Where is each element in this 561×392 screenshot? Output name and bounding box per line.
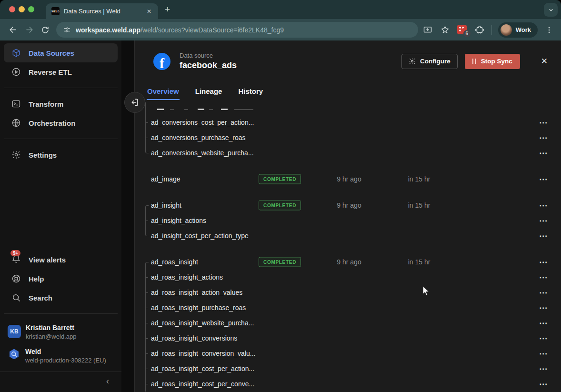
table-row[interactable]: ad_conversions_website_purcha... ⋯ [135, 145, 561, 161]
sidebar-item-data-sources[interactable]: Data Sources [4, 43, 118, 62]
gear-icon [409, 58, 416, 65]
profile-label: Work [516, 26, 531, 33]
sidebar-item-help[interactable]: Help [4, 269, 118, 288]
close-window-button[interactable] [9, 6, 15, 12]
next-sync-time: in 15 hr [393, 201, 445, 209]
sidebar-item-label: Search [29, 294, 52, 302]
table-name: ad_roas_insight_website_purcha... [151, 319, 254, 327]
toolbar-divider [491, 25, 492, 35]
table-row[interactable]: ad_roas_insight_action_values ⋯ [135, 285, 561, 300]
forward-button[interactable] [21, 22, 37, 38]
minimize-window-button[interactable] [19, 6, 25, 12]
close-panel-icon[interactable]: ✕ [541, 56, 548, 66]
tree-connector [145, 300, 150, 315]
user-account[interactable]: KB Kristian Barrett kristian@weld.app [4, 320, 118, 344]
tree-connector [145, 270, 150, 285]
table-name: ad_roas_insight_cost_per_action... [151, 365, 254, 372]
row-menu-button[interactable]: ⋯ [536, 198, 551, 213]
page-title: facebook_ads [180, 60, 237, 70]
row-menu-button[interactable]: ⋯ [536, 285, 551, 300]
row-menu-button[interactable]: ⋯ [536, 361, 551, 376]
table-name: ad_image [151, 175, 180, 183]
sidebar-item-label: Transform [29, 100, 63, 108]
table-row[interactable]: ad_insight COMPLETED 9 hr ago in 15 hr ⋯ [135, 198, 561, 213]
panel-tabs: Overview Lineage History [147, 87, 263, 100]
tree-connector [145, 102, 150, 115]
refresh-button[interactable] [37, 22, 53, 38]
table-row[interactable]: ad_roas_insight_purchase_roas ⋯ [135, 300, 561, 315]
url-bar[interactable]: workspace.weld.app/weld/sources?viewData… [56, 22, 418, 38]
table-name: ad_conversions_website_purcha... [151, 149, 254, 157]
status-badge: COMPLETED [259, 257, 301, 267]
row-menu-button[interactable]: ⋯ [536, 171, 551, 187]
back-button[interactable] [5, 22, 21, 38]
last-sync-time: 9 hr ago [323, 175, 375, 183]
lifebuoy-icon [11, 274, 21, 283]
row-menu-button[interactable]: ⋯ [536, 331, 551, 346]
user-email: kristian@weld.app [26, 333, 76, 340]
browser-toolbar: workspace.weld.app/weld/sources?viewData… [0, 19, 561, 40]
sidebar-item-reverse-etl[interactable]: Reverse ETL [4, 62, 118, 81]
table-row[interactable]: ad_insight_actions ⋯ [135, 213, 561, 228]
browser-profile-button[interactable]: Work [498, 22, 538, 38]
table-name: ad_roas_insight_cost_per_conve... [151, 380, 254, 388]
sidebar-item-orchestration[interactable]: Orchestration [4, 113, 118, 132]
tab-history[interactable]: History [238, 87, 263, 100]
globe-icon [11, 118, 21, 128]
table-row[interactable]: ad_roas_insight_conversions ⋯ [135, 331, 561, 346]
chevron-down-icon [548, 7, 554, 13]
row-menu-button[interactable]: ⋯ [536, 213, 551, 228]
tab-lineage[interactable]: Lineage [195, 87, 223, 100]
row-menu-button[interactable]: ⋯ [536, 270, 551, 285]
row-menu-button[interactable]: ⋯ [536, 300, 551, 315]
row-menu-button[interactable]: ⋯ [536, 376, 551, 392]
table-name: ad_insight_cost_per_action_type [151, 232, 249, 240]
table-row[interactable]: ad_roas_insight_website_purcha... ⋯ [135, 315, 561, 331]
site-settings-icon [63, 26, 71, 34]
close-drawer-button[interactable] [124, 92, 145, 113]
table-row[interactable]: ad_insight_cost_per_action_type ⋯ [135, 228, 561, 243]
collapse-sidebar-button[interactable]: ‹ [106, 377, 109, 385]
tab-close-icon[interactable]: ✕ [145, 7, 153, 16]
tree-connector [145, 376, 150, 392]
puzzle-icon [475, 25, 484, 35]
row-menu-button[interactable]: ⋯ [536, 346, 551, 361]
sidebar-item-settings[interactable]: Settings [4, 145, 118, 164]
table-row[interactable]: ad_roas_insight_cost_per_conve... ⋯ [135, 376, 561, 392]
row-menu-button[interactable]: ⋯ [536, 130, 551, 145]
forward-arrow-icon [25, 25, 34, 34]
maximize-window-button[interactable] [28, 6, 34, 12]
row-menu-button[interactable]: ⋯ [536, 228, 551, 243]
status-badge: COMPLETED [259, 201, 301, 211]
sidebar-item-search[interactable]: Search [4, 288, 118, 307]
sidebar-item-transform[interactable]: Transform [4, 94, 118, 113]
tab-search-button[interactable] [544, 3, 558, 17]
pinned-extension-button[interactable]: 6 [457, 25, 468, 35]
terminal-icon [11, 99, 21, 109]
last-sync-time: 9 hr ago [323, 201, 375, 209]
browser-tab[interactable]: WELD Data Sources | Weld ✕ [46, 3, 158, 19]
tab-overview[interactable]: Overview [147, 87, 180, 100]
sidebar-item-view-alerts[interactable]: 9+ View alerts [4, 250, 118, 269]
new-tab-button[interactable]: + [165, 4, 170, 15]
install-app-button[interactable] [422, 22, 433, 38]
table-row[interactable]: ad_roas_insight_actions ⋯ [135, 270, 561, 285]
row-menu-button[interactable]: ⋯ [536, 315, 551, 331]
user-name: Kristian Barrett [26, 324, 76, 332]
browser-menu-button[interactable] [544, 22, 554, 38]
extensions-menu-button[interactable] [474, 22, 485, 38]
table-row[interactable]: ad_roas_insight_conversion_valu... ⋯ [135, 346, 561, 361]
table-row[interactable]: ad_image COMPLETED 9 hr ago in 15 hr ⋯ [135, 171, 561, 187]
workspace-account[interactable]: Weld weld-production-308222 (EU) [4, 344, 118, 368]
row-menu-button[interactable]: ⋯ [536, 145, 551, 161]
table-row[interactable]: ad_roas_insight_cost_per_action... ⋯ [135, 361, 561, 376]
row-menu-button[interactable]: ⋯ [536, 115, 551, 130]
table-row[interactable]: ad_roas_insight COMPLETED 9 hr ago in 15… [135, 254, 561, 270]
table-row[interactable]: ad_conversions_cost_per_action... ⋯ [135, 115, 561, 130]
row-menu-button[interactable]: ⋯ [536, 254, 551, 270]
configure-button[interactable]: Configure [401, 54, 458, 69]
bookmark-star-button[interactable] [440, 22, 451, 38]
table-row[interactable]: ad_conversions_purchase_roas ⋯ [135, 130, 561, 145]
data-source-kicker: Data source [180, 52, 237, 59]
stop-sync-button[interactable]: Stop Sync [465, 54, 520, 69]
